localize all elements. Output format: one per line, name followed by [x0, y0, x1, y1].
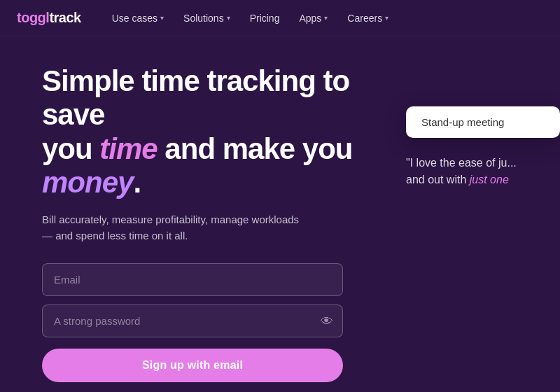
- nav-item-pricing[interactable]: Pricing: [241, 8, 288, 28]
- chevron-down-icon: ▾: [385, 14, 388, 22]
- main-content: Simple time tracking to save you time an…: [0, 36, 560, 392]
- logo-track: track: [49, 10, 80, 26]
- chevron-down-icon: ▾: [227, 14, 230, 22]
- quote-italic: just one: [470, 174, 509, 186]
- password-input[interactable]: [42, 304, 343, 337]
- chevron-down-icon: ▾: [324, 14, 328, 22]
- nav-item-solutions[interactable]: Solutions ▾: [175, 8, 239, 28]
- logo-toggl: toggl: [17, 10, 49, 26]
- password-field-group: 👁: [42, 304, 343, 337]
- hero-money-word: money: [42, 166, 133, 199]
- hero-subtext: Bill accurately, measure profitability, …: [42, 212, 308, 244]
- nav-item-apps[interactable]: Apps ▾: [290, 8, 336, 28]
- nav-items: Use cases ▾ Solutions ▾ Pricing Apps ▾ C…: [104, 8, 397, 28]
- standup-card: Stand-up meeting: [406, 106, 560, 138]
- hero-time-word: time: [99, 132, 157, 165]
- email-field-group: [42, 263, 378, 296]
- right-column: Stand-up meeting "I love the ease of ju.…: [406, 64, 560, 392]
- quote-text: "I love the ease of ju... and out with j…: [406, 155, 560, 188]
- nav-item-careers[interactable]: Careers ▾: [339, 8, 397, 28]
- email-input[interactable]: [42, 263, 343, 296]
- navbar: toggl track Use cases ▾ Solutions ▾ Pric…: [0, 0, 560, 36]
- chevron-down-icon: ▾: [160, 14, 164, 22]
- left-column: Simple time tracking to save you time an…: [42, 64, 406, 392]
- nav-item-use-cases[interactable]: Use cases ▾: [104, 8, 172, 28]
- signup-email-button[interactable]: Sign up with email: [42, 349, 343, 382]
- logo[interactable]: toggl track: [17, 10, 81, 26]
- eye-icon[interactable]: 👁: [321, 314, 333, 328]
- hero-heading: Simple time tracking to save you time an…: [42, 64, 378, 200]
